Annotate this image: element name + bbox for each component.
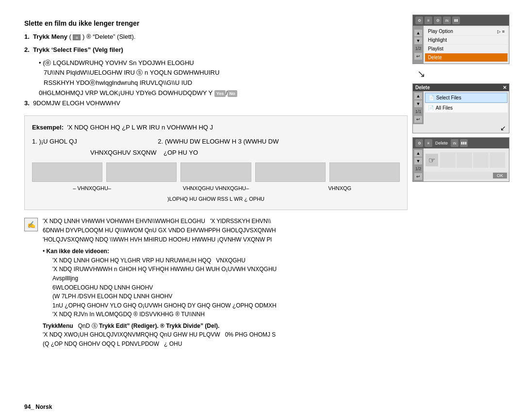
step-2: 2. Trykk ‘Select Files” (Velg filer) xyxy=(24,45,408,55)
panel-2: Delete ✕ ▲ ▼ 1/1 ↩ 📄 Select Files 📄 xyxy=(412,83,509,133)
page-container: Slette en film du ikke lenger trenger 1.… xyxy=(0,0,524,420)
note-last-1: 'X NDQ XWO¡UH GHOLQJVIXQNVMRQHQ QnU GHW … xyxy=(43,330,277,339)
panel-3-header-icons: ⚙ ≡ Delete IN ▮▮▮ xyxy=(415,139,468,147)
panel-3: ⚙ ≡ Delete IN ▮▮▮ ▲ ▼ 1/2 ↩ ☞ xyxy=(412,137,509,182)
note-area: ✍ 'X NDQ LNNH VHWWH VOHWWH EHVN\\WWHGH E… xyxy=(24,217,408,348)
note-sub-5: (W 7LPH /DSVH ELOGH NDQ LNNH GHOHV xyxy=(52,292,277,301)
menu-item-delete[interactable]: Delete xyxy=(425,53,508,62)
panel-1-body: ▲ ▼ 1/2 ↩ Play Option ▷ ≡ Highlight Play… xyxy=(413,26,509,64)
arrow-between-panels-1-2: ↘ xyxy=(412,68,509,80)
example-label: Eksempel: xyxy=(32,124,64,131)
menu-item-play-option[interactable]: Play Option ▷ ≡ xyxy=(425,27,508,35)
note-sub-label: Kan ikke dele videoen: xyxy=(47,248,109,255)
panel-2-title: Delete xyxy=(415,85,430,90)
close-icon[interactable]: ✕ xyxy=(503,85,507,90)
example-box: Eksempel: 'X NDQ GHOH HQ ¿P L WR IRU n V… xyxy=(24,115,408,210)
step-3: 3. 9DOMJW ELOGH VOHWWHV xyxy=(24,98,408,109)
thumb-placeholder-3 xyxy=(180,162,251,182)
thumb-1[interactable] xyxy=(440,152,456,168)
panel-1-content: Play Option ▷ ≡ Highlight Playlist Delet… xyxy=(424,26,509,64)
play-option-arrow: ▷ ≡ xyxy=(497,29,505,34)
panel-2-counter: 1/1 xyxy=(415,109,422,114)
label-sekunder-2: VHNXQGHU VHNXQGHU– xyxy=(156,184,276,194)
in-icon: IN xyxy=(443,16,451,24)
panel2-nav-down[interactable]: ▼ xyxy=(414,100,422,107)
panel-3-body: ▲ ▼ 1/2 ↩ ☞ xyxy=(413,148,509,181)
nav-up-arrow[interactable]: ▲ xyxy=(414,30,422,36)
panel-1-header-icons: ⚙ ≡ ⚙ IN ▮▮ xyxy=(415,16,460,24)
note-text: 'X NDQ LNNH VHWWH VOHWWH EHVN\\WWHGH ELO… xyxy=(43,217,277,348)
thumb-placeholder-5 xyxy=(329,162,400,182)
main-content: Slette en film du ikke lenger trenger 1.… xyxy=(24,19,408,349)
step-1: 1. Trykk Meny ( ≡ ) ® “Delete” (Slett). xyxy=(24,32,408,42)
thumb-2[interactable] xyxy=(457,152,472,168)
thumb-selected: ☞ xyxy=(426,154,438,166)
nav-down-arrow[interactable]: ▼ xyxy=(414,37,422,44)
menu-button-icon: ≡ xyxy=(73,34,81,40)
thumb-grid xyxy=(438,150,507,170)
sub-bullet-2: 7U\\NN PlqldW\\UELOGHW IRU ⓢ n YOQLN GDW… xyxy=(44,68,408,78)
thumb-placeholder-4 xyxy=(255,162,326,182)
example-col-2: 2. (WWHU DW ELOGHW H 3 (WWHU DW xyxy=(158,136,400,147)
note-sub-6: 1nU ¿OPHQ GHOHV YLO GHQ O¡UVWH GHOHQ DY … xyxy=(52,301,277,310)
thumb-row: ☞ xyxy=(424,148,509,172)
panel-2-back[interactable]: ↩ xyxy=(414,116,422,123)
note-line-3: 'HOLQJVSXQNWQ NDQ \\WWH HVH MHIRUD HOOHU… xyxy=(43,235,277,244)
note-sub-7: 'X NDQ RJVn In WLOMQGDQ ® IDSVVKHHG ® TU… xyxy=(52,310,277,319)
panel-1: ⚙ ≡ ⚙ IN ▮▮ ▲ ▼ 1/2 ↩ Play Option ▷ xyxy=(412,15,509,64)
note-line-2: 6DNWH DYVPLOOQM HU Q\\WWOM QnU GX VNDO E… xyxy=(43,226,277,235)
panel-3-content: ☞ OK xyxy=(424,148,509,181)
panel-1-counter: 1/2 xyxy=(415,46,422,51)
panel3-nav-up[interactable]: ▲ xyxy=(414,150,422,157)
all-files-item[interactable]: 📄 All Files xyxy=(425,103,508,113)
note-sub-3: Avsplllljng xyxy=(52,274,277,283)
footer-label: 94_ Norsk xyxy=(24,404,52,410)
gear-icon: ⚙ xyxy=(434,16,442,24)
example-col-1: 1. )¡U GHOL QJ xyxy=(32,136,153,147)
p3-list-icon: ≡ xyxy=(425,139,432,147)
note-line-1: 'X NDQ LNNH VHWWH VOHWWH EHVN\\WWHGH ELO… xyxy=(43,217,277,226)
panel-2-nav: ▲ ▼ 1/1 ↩ xyxy=(413,91,424,124)
panel-2-content: 📄 Select Files 📄 All Files xyxy=(424,91,509,124)
note-bottom-line: TrykkMenu QnD ⓢ Trykk Edit” (Rediger). ®… xyxy=(43,322,277,331)
no-badge: No xyxy=(228,90,237,97)
playlist-label: Playlist xyxy=(428,46,443,51)
sub-bullet-4: 0HGLMOHMQJ VRP WLOK¡UHU YDYeG DOWHUDQDWY… xyxy=(39,88,408,98)
panel-3-footer: OK xyxy=(424,172,509,179)
ok-button[interactable]: OK xyxy=(493,173,507,178)
delete-label: Delete xyxy=(428,55,442,60)
example-footer-text: )LOPHQ HU GHOW RSS L WR ¿ OPHU xyxy=(32,194,400,204)
panel-3-header: ⚙ ≡ Delete IN ▮▮▮ xyxy=(413,138,509,148)
sub-bullet-1: • (ⓔ LQGLNDWRUHQ YOVHV Sn YDOJWH ELOGHU xyxy=(39,58,408,68)
play-option-label: Play Option xyxy=(428,29,453,34)
note-sub-1: 'X NDQ LNNH GHOH HQ YLGHR VRP HU NRUWHUH… xyxy=(52,256,277,265)
cursor-hint: ↙ xyxy=(413,124,509,133)
panel3-nav-down[interactable]: ▼ xyxy=(414,158,422,164)
thumb-placeholder-1 xyxy=(32,162,102,182)
p3-settings-icon: ⚙ xyxy=(415,139,423,147)
page-heading: Slette en film du ikke lenger trenger xyxy=(24,19,408,27)
example-line-3: VHNXQGHUV SXQNW ¿OP HU YO xyxy=(32,147,400,158)
select-files-item[interactable]: 📄 Select Files xyxy=(425,93,508,103)
panels-container: ⚙ ≡ ⚙ IN ▮▮ ▲ ▼ 1/2 ↩ Play Option ▷ xyxy=(412,15,509,182)
highlight-label: Highlight xyxy=(428,37,447,43)
panel-3-back[interactable]: ↩ xyxy=(414,173,422,180)
menu-item-playlist[interactable]: Playlist xyxy=(425,45,508,53)
panel-1-back[interactable]: ↩ xyxy=(414,53,422,60)
panel-2-body: ▲ ▼ 1/1 ↩ 📄 Select Files 📄 All Files xyxy=(413,91,509,124)
note-sub-2: 'X NDQ IRUWVHWWH n GHOH HQ VFHQH HWWHU G… xyxy=(52,265,277,274)
panel2-nav-up[interactable]: ▲ xyxy=(414,93,422,99)
note-sub-4: 6WLOOELOGHU NDQ LNNH GHOHV xyxy=(52,283,277,292)
battery-icon: ▮▮ xyxy=(452,16,460,24)
note-sub-section: • Kan ikke dele videoen: 'X NDQ LNNH GHO… xyxy=(43,247,277,319)
panel-3-counter: 1/2 xyxy=(415,166,422,171)
menu-item-highlight[interactable]: Highlight xyxy=(425,36,508,44)
thumb-4[interactable] xyxy=(490,152,505,168)
panel-1-nav: ▲ ▼ 1/2 ↩ xyxy=(413,26,424,64)
thumb-3[interactable] xyxy=(473,152,489,168)
thumb-placeholder-2 xyxy=(106,162,177,182)
all-files-label: All Files xyxy=(436,105,453,111)
p3-in-icon: IN xyxy=(451,139,458,147)
yes-badge: Yes xyxy=(214,90,226,97)
list-icon: ≡ xyxy=(425,16,432,24)
